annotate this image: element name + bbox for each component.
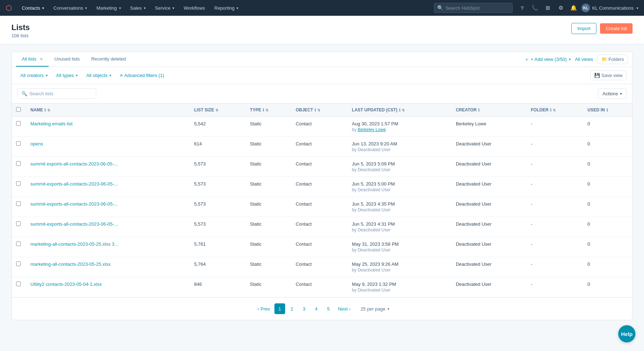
folder-info-icon[interactable]: ℹ	[550, 108, 551, 112]
next-page-button[interactable]: Next ›	[335, 305, 353, 313]
topnav: ⬡ Contacts ▾ Conversations ▾ Marketing ▾…	[0, 0, 644, 16]
tab-all-lists[interactable]: All lists ✕	[16, 52, 49, 67]
add-view-button[interactable]: ＋ + Add view (3/50) ▾	[525, 56, 571, 63]
list-name-link[interactable]: opens	[30, 141, 43, 146]
name-info-icon[interactable]: ℹ	[44, 108, 46, 112]
creator-info-icon[interactable]: ℹ	[478, 108, 479, 112]
phone-icon[interactable]: 📞	[530, 3, 540, 13]
help-circle-icon[interactable]: ?	[517, 3, 527, 13]
nav-sales[interactable]: Sales ▾	[126, 4, 150, 12]
row-name-cell: marketing-all-contacts-2023-05-25.xlsx	[26, 257, 190, 277]
notifications-icon[interactable]: 🔔	[569, 3, 579, 13]
row-checkbox-cell[interactable]	[12, 237, 26, 257]
used-in-info-icon[interactable]: ℹ	[606, 108, 608, 112]
table-row: summit-exports-all-contacts-2023-06-05-.…	[12, 197, 632, 217]
marketplace-icon[interactable]: ⊞	[543, 3, 553, 13]
folder-sort-icon[interactable]: ⇅	[553, 108, 556, 112]
row-checkbox-cell[interactable]	[12, 177, 26, 197]
all-views-link[interactable]: All views	[575, 57, 593, 62]
row-creator-cell: Deactivated User	[452, 257, 527, 277]
list-size-sort-icon[interactable]: ⇅	[215, 108, 218, 112]
hubspot-logo-icon[interactable]: ⬡	[6, 4, 12, 12]
row-checkbox-cell[interactable]	[12, 157, 26, 177]
list-name-link[interactable]: Marketing emails list	[30, 121, 73, 126]
page-2-button[interactable]: 2	[287, 303, 297, 314]
plus-icon: ＋	[525, 56, 529, 63]
topnav-links: Contacts ▾ Conversations ▾ Marketing ▾ S…	[18, 4, 434, 12]
object-info-icon[interactable]: ℹ	[314, 108, 316, 112]
actions-button[interactable]: Actions ▾	[598, 88, 626, 99]
nav-workflows[interactable]: Workflows	[179, 4, 209, 12]
settings-icon[interactable]: ⚙	[556, 3, 566, 13]
create-list-button[interactable]: Create list	[600, 23, 633, 34]
row-checkbox-cell[interactable]	[12, 117, 26, 137]
row-checkbox-6[interactable]	[16, 241, 21, 246]
all-types-filter[interactable]: All types ▾	[53, 71, 80, 80]
nav-conversations[interactable]: Conversations ▾	[49, 4, 91, 12]
page-5-button[interactable]: 5	[323, 303, 334, 314]
import-button[interactable]: Import	[571, 23, 597, 34]
updated-by-link[interactable]: Berkeley Lowe	[358, 127, 386, 132]
row-type-cell: Static	[246, 237, 292, 257]
type-sort-icon[interactable]: ⇅	[265, 108, 268, 112]
row-name-cell: summit exports-all-contacts-2023-06-05-.…	[26, 157, 190, 177]
row-checkbox-7[interactable]	[16, 261, 21, 266]
last-updated-sort-icon[interactable]: ⇅	[402, 108, 405, 112]
search-lists-input[interactable]	[29, 91, 92, 96]
last-updated-info-icon[interactable]: ℹ	[399, 108, 400, 112]
nav-marketing[interactable]: Marketing ▾	[92, 4, 125, 12]
table-row: opens 614 Static Contact Jun 13, 2023 9:…	[12, 137, 632, 157]
object-sort-icon[interactable]: ⇅	[317, 108, 320, 112]
row-creator-cell: Deactivated User	[452, 217, 527, 237]
nav-contacts[interactable]: Contacts ▾	[18, 4, 48, 12]
advanced-filters-button[interactable]: ≡ Advanced filters (1)	[117, 71, 167, 80]
row-checkbox-cell[interactable]	[12, 257, 26, 277]
row-checkbox-4[interactable]	[16, 201, 21, 206]
row-used-in-cell: 0	[583, 217, 632, 237]
user-menu[interactable]: KL KL Communications ▾	[581, 4, 638, 12]
tab-close-icon[interactable]: ✕	[40, 57, 43, 61]
all-objects-filter[interactable]: All objects ▾	[83, 71, 114, 80]
list-name-link[interactable]: marketing-all-contacts-2023-05-25.xlsx	[30, 261, 111, 267]
list-name-link[interactable]: marketing-all-contacts-2023-05-25.xlsx 3…	[30, 241, 118, 247]
row-checkbox-3[interactable]	[16, 181, 21, 186]
row-checkbox-0[interactable]	[16, 121, 21, 126]
list-name-link[interactable]: summit exports-all-contacts-2023-06-05-.…	[30, 161, 118, 167]
select-all-checkbox[interactable]	[16, 107, 21, 112]
row-creator-cell: Deactivated User	[452, 137, 527, 157]
row-checkbox-cell[interactable]	[12, 197, 26, 217]
select-all-header[interactable]	[12, 104, 26, 117]
tab-unused-lists[interactable]: Unused lists	[49, 52, 86, 67]
row-checkbox-cell[interactable]	[12, 137, 26, 157]
all-creators-filter[interactable]: All creators ▾	[18, 71, 50, 80]
type-info-icon[interactable]: ℹ	[263, 108, 264, 112]
per-page-selector[interactable]: 25 per page ▾	[361, 306, 389, 312]
row-last-updated-cell: May 9, 2023 1:32 PM by Deactivated User	[348, 277, 452, 297]
name-sort-icon[interactable]: ⇅	[47, 108, 50, 112]
save-view-button[interactable]: 💾 Save view	[590, 71, 626, 80]
tab-recently-deleted[interactable]: Recently deleted	[86, 52, 132, 67]
list-name-link[interactable]: Utility2 contacts-2023-05-04-1.xlsx	[30, 282, 102, 287]
nav-reporting[interactable]: Reporting ▾	[210, 4, 243, 12]
row-checkbox-cell[interactable]	[12, 217, 26, 237]
page-3-button[interactable]: 3	[299, 303, 309, 314]
row-checkbox-cell[interactable]	[12, 277, 26, 297]
search-box[interactable]: 🔍	[18, 88, 96, 99]
global-search-input[interactable]	[445, 5, 509, 11]
list-name-link[interactable]: summit-exports-all-contacts-2023-06-05-.…	[30, 201, 118, 207]
row-last-updated-cell: Jun 5, 2023 5:00 PM by Deactivated User	[348, 177, 452, 197]
row-list-size-cell: 5,761	[190, 237, 245, 257]
row-list-size-cell: 846	[190, 277, 245, 297]
row-checkbox-1[interactable]	[16, 141, 21, 146]
row-checkbox-8[interactable]	[16, 282, 21, 286]
global-search-box[interactable]: 🔍	[434, 3, 513, 13]
page-1-button[interactable]: 1	[274, 303, 285, 314]
row-checkbox-2[interactable]	[16, 161, 21, 166]
prev-page-button[interactable]: ‹ Prev	[255, 305, 273, 313]
row-checkbox-5[interactable]	[16, 221, 21, 226]
page-4-button[interactable]: 4	[311, 303, 322, 314]
nav-service[interactable]: Service ▾	[151, 4, 179, 12]
list-name-link[interactable]: summit-exports-all-contacts-2023-06-05-.…	[30, 221, 118, 227]
folders-button[interactable]: 📁 Folders	[597, 54, 628, 64]
list-name-link[interactable]: summit-exports-all-contacts-2023-06-05-.…	[30, 181, 118, 187]
